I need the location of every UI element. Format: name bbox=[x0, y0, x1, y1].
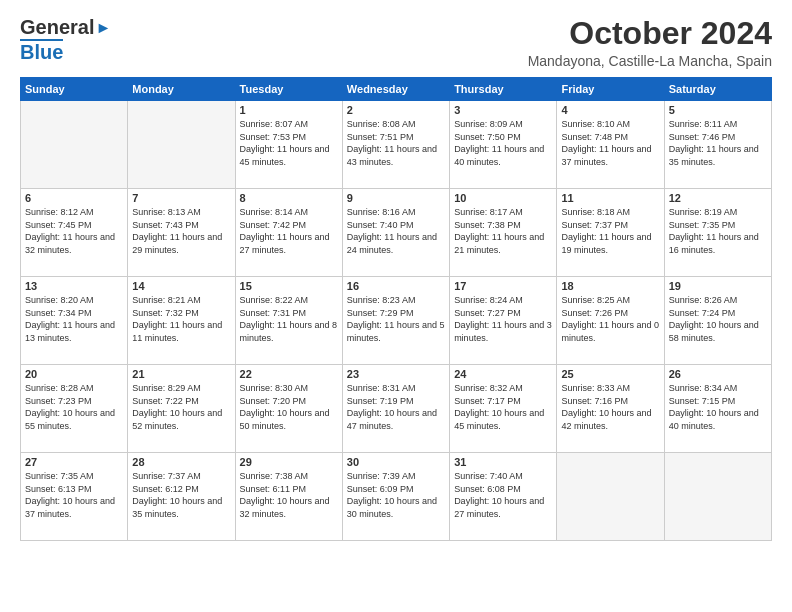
table-row: 27Sunrise: 7:35 AM Sunset: 6:13 PM Dayli… bbox=[21, 453, 128, 541]
table-row bbox=[557, 453, 664, 541]
header-monday: Monday bbox=[128, 78, 235, 101]
day-number: 21 bbox=[132, 368, 230, 380]
day-number: 4 bbox=[561, 104, 659, 116]
day-number: 28 bbox=[132, 456, 230, 468]
logo-wrapper: General ► bbox=[20, 16, 111, 39]
day-info: Sunrise: 8:18 AM Sunset: 7:37 PM Dayligh… bbox=[561, 206, 659, 256]
table-row: 18Sunrise: 8:25 AM Sunset: 7:26 PM Dayli… bbox=[557, 277, 664, 365]
header: General ► Blue October 2024 Mandayona, C… bbox=[20, 16, 772, 69]
table-row: 28Sunrise: 7:37 AM Sunset: 6:12 PM Dayli… bbox=[128, 453, 235, 541]
header-wednesday: Wednesday bbox=[342, 78, 449, 101]
table-row bbox=[21, 101, 128, 189]
header-thursday: Thursday bbox=[450, 78, 557, 101]
table-row: 26Sunrise: 8:34 AM Sunset: 7:15 PM Dayli… bbox=[664, 365, 771, 453]
table-row: 7Sunrise: 8:13 AM Sunset: 7:43 PM Daylig… bbox=[128, 189, 235, 277]
day-info: Sunrise: 8:21 AM Sunset: 7:32 PM Dayligh… bbox=[132, 294, 230, 344]
table-row: 2Sunrise: 8:08 AM Sunset: 7:51 PM Daylig… bbox=[342, 101, 449, 189]
calendar-week-row: 20Sunrise: 8:28 AM Sunset: 7:23 PM Dayli… bbox=[21, 365, 772, 453]
table-row bbox=[664, 453, 771, 541]
day-number: 26 bbox=[669, 368, 767, 380]
logo-general-text: General bbox=[20, 16, 94, 39]
table-row: 8Sunrise: 8:14 AM Sunset: 7:42 PM Daylig… bbox=[235, 189, 342, 277]
logo-blue-text: Blue bbox=[20, 41, 63, 64]
day-number: 29 bbox=[240, 456, 338, 468]
table-row: 5Sunrise: 8:11 AM Sunset: 7:46 PM Daylig… bbox=[664, 101, 771, 189]
day-info: Sunrise: 8:30 AM Sunset: 7:20 PM Dayligh… bbox=[240, 382, 338, 432]
day-info: Sunrise: 8:13 AM Sunset: 7:43 PM Dayligh… bbox=[132, 206, 230, 256]
day-number: 31 bbox=[454, 456, 552, 468]
day-info: Sunrise: 8:19 AM Sunset: 7:35 PM Dayligh… bbox=[669, 206, 767, 256]
header-friday: Friday bbox=[557, 78, 664, 101]
table-row: 31Sunrise: 7:40 AM Sunset: 6:08 PM Dayli… bbox=[450, 453, 557, 541]
table-row: 21Sunrise: 8:29 AM Sunset: 7:22 PM Dayli… bbox=[128, 365, 235, 453]
day-info: Sunrise: 8:28 AM Sunset: 7:23 PM Dayligh… bbox=[25, 382, 123, 432]
day-number: 16 bbox=[347, 280, 445, 292]
table-row: 29Sunrise: 7:38 AM Sunset: 6:11 PM Dayli… bbox=[235, 453, 342, 541]
location: Mandayona, Castille-La Mancha, Spain bbox=[528, 53, 772, 69]
day-info: Sunrise: 7:39 AM Sunset: 6:09 PM Dayligh… bbox=[347, 470, 445, 520]
day-info: Sunrise: 8:22 AM Sunset: 7:31 PM Dayligh… bbox=[240, 294, 338, 344]
table-row: 19Sunrise: 8:26 AM Sunset: 7:24 PM Dayli… bbox=[664, 277, 771, 365]
table-row: 14Sunrise: 8:21 AM Sunset: 7:32 PM Dayli… bbox=[128, 277, 235, 365]
day-number: 3 bbox=[454, 104, 552, 116]
header-sunday: Sunday bbox=[21, 78, 128, 101]
day-number: 13 bbox=[25, 280, 123, 292]
table-row: 4Sunrise: 8:10 AM Sunset: 7:48 PM Daylig… bbox=[557, 101, 664, 189]
day-info: Sunrise: 8:14 AM Sunset: 7:42 PM Dayligh… bbox=[240, 206, 338, 256]
day-info: Sunrise: 8:11 AM Sunset: 7:46 PM Dayligh… bbox=[669, 118, 767, 168]
day-info: Sunrise: 7:38 AM Sunset: 6:11 PM Dayligh… bbox=[240, 470, 338, 520]
day-number: 7 bbox=[132, 192, 230, 204]
table-row bbox=[128, 101, 235, 189]
day-number: 6 bbox=[25, 192, 123, 204]
calendar-week-row: 1Sunrise: 8:07 AM Sunset: 7:53 PM Daylig… bbox=[21, 101, 772, 189]
day-number: 14 bbox=[132, 280, 230, 292]
day-number: 20 bbox=[25, 368, 123, 380]
day-number: 2 bbox=[347, 104, 445, 116]
day-info: Sunrise: 8:25 AM Sunset: 7:26 PM Dayligh… bbox=[561, 294, 659, 344]
day-number: 27 bbox=[25, 456, 123, 468]
day-info: Sunrise: 7:37 AM Sunset: 6:12 PM Dayligh… bbox=[132, 470, 230, 520]
calendar-week-row: 27Sunrise: 7:35 AM Sunset: 6:13 PM Dayli… bbox=[21, 453, 772, 541]
day-info: Sunrise: 8:16 AM Sunset: 7:40 PM Dayligh… bbox=[347, 206, 445, 256]
table-row: 30Sunrise: 7:39 AM Sunset: 6:09 PM Dayli… bbox=[342, 453, 449, 541]
day-number: 9 bbox=[347, 192, 445, 204]
day-info: Sunrise: 8:12 AM Sunset: 7:45 PM Dayligh… bbox=[25, 206, 123, 256]
day-number: 11 bbox=[561, 192, 659, 204]
table-row: 17Sunrise: 8:24 AM Sunset: 7:27 PM Dayli… bbox=[450, 277, 557, 365]
day-number: 1 bbox=[240, 104, 338, 116]
logo: General ► Blue bbox=[20, 16, 111, 64]
table-row: 23Sunrise: 8:31 AM Sunset: 7:19 PM Dayli… bbox=[342, 365, 449, 453]
header-saturday: Saturday bbox=[664, 78, 771, 101]
table-row: 1Sunrise: 8:07 AM Sunset: 7:53 PM Daylig… bbox=[235, 101, 342, 189]
table-row: 3Sunrise: 8:09 AM Sunset: 7:50 PM Daylig… bbox=[450, 101, 557, 189]
day-number: 19 bbox=[669, 280, 767, 292]
table-row: 9Sunrise: 8:16 AM Sunset: 7:40 PM Daylig… bbox=[342, 189, 449, 277]
calendar-table: Sunday Monday Tuesday Wednesday Thursday… bbox=[20, 77, 772, 541]
calendar-week-row: 6Sunrise: 8:12 AM Sunset: 7:45 PM Daylig… bbox=[21, 189, 772, 277]
table-row: 15Sunrise: 8:22 AM Sunset: 7:31 PM Dayli… bbox=[235, 277, 342, 365]
table-row: 11Sunrise: 8:18 AM Sunset: 7:37 PM Dayli… bbox=[557, 189, 664, 277]
day-number: 5 bbox=[669, 104, 767, 116]
day-number: 22 bbox=[240, 368, 338, 380]
day-info: Sunrise: 7:40 AM Sunset: 6:08 PM Dayligh… bbox=[454, 470, 552, 520]
day-number: 10 bbox=[454, 192, 552, 204]
day-info: Sunrise: 8:29 AM Sunset: 7:22 PM Dayligh… bbox=[132, 382, 230, 432]
day-number: 17 bbox=[454, 280, 552, 292]
day-info: Sunrise: 8:20 AM Sunset: 7:34 PM Dayligh… bbox=[25, 294, 123, 344]
day-number: 25 bbox=[561, 368, 659, 380]
table-row: 24Sunrise: 8:32 AM Sunset: 7:17 PM Dayli… bbox=[450, 365, 557, 453]
logo-bird-icon: ► bbox=[95, 19, 111, 37]
day-info: Sunrise: 8:17 AM Sunset: 7:38 PM Dayligh… bbox=[454, 206, 552, 256]
day-number: 8 bbox=[240, 192, 338, 204]
day-info: Sunrise: 8:07 AM Sunset: 7:53 PM Dayligh… bbox=[240, 118, 338, 168]
day-info: Sunrise: 8:32 AM Sunset: 7:17 PM Dayligh… bbox=[454, 382, 552, 432]
day-info: Sunrise: 8:33 AM Sunset: 7:16 PM Dayligh… bbox=[561, 382, 659, 432]
day-number: 15 bbox=[240, 280, 338, 292]
day-number: 24 bbox=[454, 368, 552, 380]
calendar-week-row: 13Sunrise: 8:20 AM Sunset: 7:34 PM Dayli… bbox=[21, 277, 772, 365]
day-number: 18 bbox=[561, 280, 659, 292]
day-number: 23 bbox=[347, 368, 445, 380]
day-info: Sunrise: 8:34 AM Sunset: 7:15 PM Dayligh… bbox=[669, 382, 767, 432]
month-title: October 2024 bbox=[528, 16, 772, 51]
day-info: Sunrise: 8:09 AM Sunset: 7:50 PM Dayligh… bbox=[454, 118, 552, 168]
